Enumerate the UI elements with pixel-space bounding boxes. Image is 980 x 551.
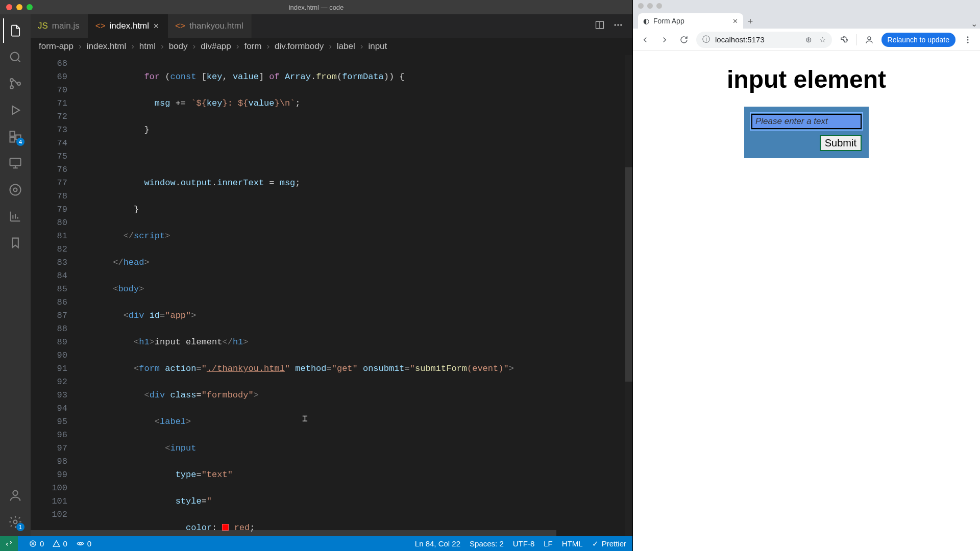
editor-tabs: JSmain.js <>index.html✕ <>thankyou.html bbox=[31, 14, 632, 38]
address-bar[interactable]: ⓘ localhost:5173 ⊕ ☆ bbox=[696, 32, 832, 48]
maximize-window-button[interactable] bbox=[27, 4, 33, 10]
text-input[interactable] bbox=[751, 114, 862, 129]
svg-point-14 bbox=[617, 24, 619, 26]
submit-button[interactable]: Submit bbox=[820, 135, 862, 151]
editor-group: JSmain.js <>index.html✕ <>thankyou.html … bbox=[31, 14, 632, 536]
bookmark-star-icon[interactable]: ☆ bbox=[819, 35, 826, 44]
language-mode[interactable]: HTML bbox=[562, 539, 583, 548]
svg-point-19 bbox=[967, 36, 969, 38]
eol-indicator[interactable]: LF bbox=[544, 539, 553, 548]
tab-list-chevron-icon[interactable]: ⌄ bbox=[968, 19, 980, 29]
forward-button[interactable] bbox=[657, 33, 672, 47]
code-content[interactable]: for (const [key, value] of Array.from(fo… bbox=[77, 55, 632, 536]
tab-thankyou-html[interactable]: <>thankyou.html bbox=[168, 14, 252, 38]
profile-avatar-icon[interactable] bbox=[862, 33, 876, 47]
browser-close-button[interactable] bbox=[638, 3, 644, 9]
close-window-button[interactable] bbox=[6, 4, 12, 10]
source-control-icon[interactable] bbox=[3, 71, 28, 96]
activity-bar: 4 1 bbox=[0, 14, 31, 536]
horizontal-scrollbar[interactable] bbox=[31, 530, 632, 536]
breadcrumb-item[interactable]: form bbox=[244, 41, 261, 52]
indent-indicator[interactable]: Spaces: 2 bbox=[470, 539, 504, 548]
svg-point-1 bbox=[10, 79, 13, 82]
page-content: input element Submit bbox=[633, 51, 980, 551]
close-tab-icon[interactable]: ✕ bbox=[732, 17, 738, 25]
new-tab-button[interactable]: + bbox=[743, 14, 757, 29]
svg-point-20 bbox=[967, 39, 969, 40]
svg-point-9 bbox=[14, 188, 17, 192]
testing-icon[interactable] bbox=[3, 178, 28, 202]
svg-point-17 bbox=[79, 543, 81, 545]
svg-point-21 bbox=[967, 41, 969, 43]
close-icon[interactable]: ✕ bbox=[153, 22, 159, 30]
more-actions-icon[interactable] bbox=[613, 20, 623, 32]
svg-point-10 bbox=[13, 491, 17, 495]
browser-tab-title: Form App bbox=[653, 17, 684, 25]
browser-tabstrip: ◐ Form App ✕ + ⌄ bbox=[633, 11, 980, 29]
search-icon[interactable] bbox=[3, 45, 28, 69]
svg-point-8 bbox=[10, 185, 21, 195]
status-bar: 0 0 0 Ln 84, Col 22 Spaces: 2 UTF-8 LF H… bbox=[0, 536, 632, 551]
remote-indicator[interactable] bbox=[0, 536, 18, 551]
tab-label: thankyou.html bbox=[189, 21, 243, 31]
breadcrumb-item[interactable]: input bbox=[368, 41, 387, 52]
run-debug-icon[interactable] bbox=[3, 98, 28, 122]
tab-index-html[interactable]: <>index.html✕ bbox=[88, 14, 168, 38]
split-editor-icon[interactable] bbox=[595, 20, 605, 32]
breadcrumb-item[interactable]: html bbox=[139, 41, 156, 52]
svg-point-3 bbox=[17, 82, 20, 85]
tab-label: index.html bbox=[110, 21, 149, 31]
code-editor[interactable]: 6869707172737475767778798081828384858687… bbox=[31, 55, 632, 536]
breadcrumb-item[interactable]: body bbox=[169, 41, 188, 52]
account-icon[interactable] bbox=[3, 483, 28, 508]
problems-indicator[interactable]: 0 0 bbox=[29, 539, 67, 548]
svg-point-18 bbox=[868, 37, 871, 40]
back-button[interactable] bbox=[638, 33, 652, 47]
svg-rect-7 bbox=[10, 159, 21, 166]
line-number-gutter: 6869707172737475767778798081828384858687… bbox=[31, 55, 77, 536]
text-cursor-icon: ⌶ bbox=[302, 412, 308, 425]
url-text: localhost:5173 bbox=[715, 35, 765, 44]
tab-main-js[interactable]: JSmain.js bbox=[31, 14, 88, 38]
reload-button[interactable] bbox=[677, 33, 691, 47]
minimap-scrollbar[interactable] bbox=[625, 55, 632, 536]
remote-explorer-icon[interactable] bbox=[3, 151, 28, 176]
browser-tab[interactable]: ◐ Form App ✕ bbox=[638, 13, 743, 29]
formatter-indicator[interactable]: ✓ Prettier bbox=[592, 539, 626, 548]
tab-favicon: ◐ bbox=[643, 17, 649, 25]
breadcrumb-item[interactable]: index.html bbox=[87, 41, 126, 52]
explorer-icon[interactable] bbox=[3, 18, 28, 43]
search-in-page-icon[interactable]: ⊕ bbox=[805, 35, 812, 44]
browser-maximize-button[interactable] bbox=[656, 3, 662, 9]
svg-point-2 bbox=[10, 86, 13, 89]
svg-point-0 bbox=[11, 53, 19, 61]
vscode-window: index.html — code 4 1 JSmain.j bbox=[0, 0, 632, 551]
settings-badge: 1 bbox=[16, 523, 24, 531]
browser-menu-icon[interactable] bbox=[961, 33, 975, 47]
svg-rect-4 bbox=[10, 132, 15, 136]
window-title: index.html — code bbox=[0, 4, 632, 11]
bookmark-icon[interactable] bbox=[3, 231, 28, 255]
extensions-puzzle-icon[interactable] bbox=[837, 33, 851, 47]
svg-rect-5 bbox=[10, 137, 15, 142]
breadcrumb-item[interactable]: label bbox=[337, 41, 355, 52]
breadcrumb-item[interactable]: div.formbody bbox=[275, 41, 324, 52]
svg-point-15 bbox=[620, 24, 622, 26]
minimize-window-button[interactable] bbox=[16, 4, 22, 10]
form-body: Submit bbox=[744, 107, 869, 158]
browser-titlebar bbox=[633, 0, 980, 11]
site-info-icon[interactable]: ⓘ bbox=[702, 35, 710, 44]
cursor-position[interactable]: Ln 84, Col 22 bbox=[415, 539, 460, 548]
browser-minimize-button[interactable] bbox=[647, 3, 653, 9]
breadcrumbs[interactable]: form-app› index.html› html› body› div#ap… bbox=[31, 38, 632, 55]
breadcrumb-item[interactable]: div#app bbox=[201, 41, 231, 52]
extensions-badge: 4 bbox=[16, 138, 24, 146]
ports-indicator[interactable]: 0 bbox=[77, 539, 91, 548]
settings-gear-icon[interactable]: 1 bbox=[3, 510, 28, 534]
page-heading: input element bbox=[633, 65, 980, 93]
chart-icon[interactable] bbox=[3, 204, 28, 229]
breadcrumb-item[interactable]: form-app bbox=[39, 41, 74, 52]
encoding-indicator[interactable]: UTF-8 bbox=[513, 539, 535, 548]
extensions-icon[interactable]: 4 bbox=[3, 124, 28, 149]
relaunch-button[interactable]: Relaunch to update bbox=[881, 33, 955, 47]
